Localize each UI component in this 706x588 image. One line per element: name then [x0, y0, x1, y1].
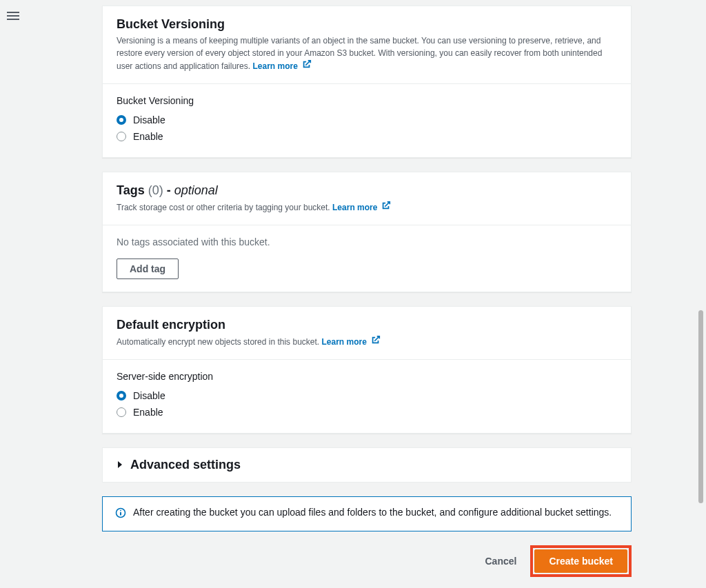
- tags-empty-text: No tags associated with this bucket.: [117, 236, 617, 247]
- encryption-enable-label: Enable: [133, 407, 163, 418]
- info-text: After creating the bucket you can upload…: [133, 507, 612, 518]
- caret-right-icon: [117, 459, 123, 472]
- versioning-disable-row[interactable]: Disable: [117, 112, 617, 128]
- external-link-icon: [371, 335, 381, 348]
- versioning-disable-label: Disable: [133, 114, 165, 125]
- encryption-field-label: Server-side encryption: [117, 371, 617, 382]
- versioning-enable-radio[interactable]: [117, 132, 126, 141]
- versioning-description: Versioning is a means of keeping multipl…: [117, 34, 617, 72]
- encryption-enable-row[interactable]: Enable: [117, 404, 617, 420]
- external-link-icon: [302, 59, 312, 72]
- encryption-enable-radio[interactable]: [117, 407, 126, 417]
- advanced-title: Advanced settings: [130, 458, 241, 472]
- scrollbar-thumb[interactable]: [698, 310, 703, 503]
- tags-panel: Tags (0) - optional Track storage cost o…: [102, 172, 632, 292]
- versioning-title: Bucket Versioning: [117, 17, 617, 32]
- encryption-title: Default encryption: [117, 318, 617, 332]
- encryption-panel: Default encryption Automatically encrypt…: [102, 306, 632, 434]
- versioning-field-label: Bucket Versioning: [117, 95, 617, 106]
- encryption-disable-label: Disable: [133, 390, 165, 401]
- encryption-description: Automatically encrypt new objects stored…: [117, 335, 617, 348]
- advanced-settings-toggle[interactable]: Advanced settings: [102, 447, 632, 483]
- external-link-icon: [381, 201, 391, 214]
- encryption-learn-more[interactable]: Learn more: [321, 335, 380, 348]
- versioning-panel: Bucket Versioning Versioning is a means …: [102, 6, 632, 158]
- info-alert: After creating the bucket you can upload…: [102, 496, 632, 531]
- tags-title: Tags (0) - optional: [117, 183, 617, 198]
- cancel-button[interactable]: Cancel: [485, 556, 516, 567]
- encryption-disable-row[interactable]: Disable: [117, 387, 617, 404]
- versioning-learn-more[interactable]: Learn more: [252, 59, 311, 72]
- add-tag-button[interactable]: Add tag: [117, 258, 179, 279]
- create-bucket-button[interactable]: Create bucket: [534, 549, 627, 573]
- tags-learn-more[interactable]: Learn more: [332, 201, 391, 214]
- versioning-enable-label: Enable: [133, 131, 163, 142]
- svg-point-2: [120, 510, 121, 511]
- versioning-enable-row[interactable]: Enable: [117, 128, 617, 145]
- encryption-disable-radio[interactable]: [117, 391, 126, 401]
- info-icon: [115, 507, 126, 521]
- create-button-highlight: Create bucket: [530, 545, 632, 577]
- hamburger-menu[interactable]: [7, 10, 19, 22]
- tags-description: Track storage cost or other criteria by …: [117, 201, 617, 214]
- versioning-disable-radio[interactable]: [117, 115, 126, 125]
- action-button-row: Cancel Create bucket: [102, 545, 632, 584]
